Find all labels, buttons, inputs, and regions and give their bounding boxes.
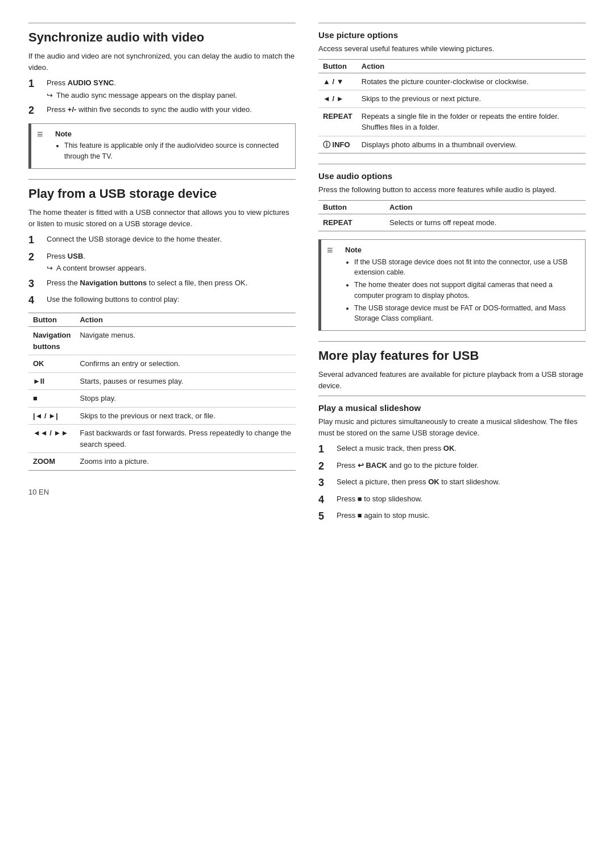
slideshow-step-2-content: Press ↩ BACK and go to the picture folde… [337,460,586,471]
slideshow-step-1: 1 Select a music track, then press OK. [318,443,586,456]
page-lang: EN [39,488,49,496]
action-skip: Skips to the previous or next track, or … [75,407,296,425]
table-row: Navigationbuttons Navigate menus. [28,327,296,355]
divider-1 [28,23,296,23]
section-sync-audio: Synchronize audio with video If the audi… [28,23,296,169]
btn-nav: Navigationbuttons [28,327,75,355]
usb-steps: 1 Connect the USB storage device to the … [28,234,296,307]
action-ok: Confirms an entry or selection. [75,355,296,373]
action-updown: Rotates the picture counter-clockwise or… [357,73,586,90]
note-content-1: Note This feature is applicable only if … [55,128,289,164]
step-2-num: 2 [28,104,44,117]
slideshow-step-4-num: 4 [318,493,334,506]
note-icon-2: ≡ [327,244,341,257]
usb-step-1-content: Connect the USB storage device to the ho… [47,234,296,245]
picture-options-intro: Access several useful features while vie… [318,43,586,55]
usb-step-2-sub: ↪ A content browser appears. [47,263,296,274]
usb-title: Play from a USB storage device [28,186,296,201]
audio-table-header-button: Button [318,200,385,214]
note-label-2: Note [345,244,579,256]
note-item-2-2: The USB storage device must be FAT or DO… [354,303,579,325]
note-label-1: Note [55,128,289,140]
usb-step-2-content: Press USB. ↪ A content browser appears. [47,251,296,274]
divider-6 [318,396,586,396]
divider-3 [318,23,586,23]
picture-options-table: Button Action ▲ / ▼ Rotates the picture … [318,59,586,154]
divider-5 [318,341,586,342]
usb-step-1: 1 Connect the USB storage device to the … [28,234,296,247]
btn-repeat-pic: REPEAT [318,107,357,136]
slideshow-step-4: 4 Press ■ to stop slideshow. [318,493,586,506]
note-content-2: Note If the USB storage device does not … [345,244,579,326]
slideshow-step-5: 5 Press ■ again to stop music. [318,510,586,523]
slideshow-step-4-content: Press ■ to stop slideshow. [337,493,586,505]
note-icon-1: ≡ [37,128,51,141]
usb-step-4-content: Use the following buttons to control pla… [47,294,296,305]
action-leftright: Skips to the previous or next picture. [357,90,586,108]
note-item-2-0: If the USB storage device does not fit i… [354,257,579,279]
page-footer: 10 EN [28,488,296,496]
usb-step-2-sub-text: A content browser appears. [56,263,146,274]
slideshow-step-2-num: 2 [318,460,334,473]
table-row: ◄◄ / ►► Fast backwards or fast forwards.… [28,425,296,453]
note-list-1: This feature is applicable only if the a… [55,140,289,162]
note-list-2: If the USB storage device does not fit i… [345,257,579,325]
step-1-content: Press AUDIO SYNC. ↪ The audio sync messa… [47,77,296,101]
btn-zoom: ZOOM [28,453,75,471]
action-repeat-audio: Selects or turns off repeat mode. [385,214,586,231]
page-number: 10 [28,488,36,496]
usb-step-1-num: 1 [28,234,44,247]
usb-step-2-num: 2 [28,251,44,264]
step-1-sub: ↪ The audio sync message appears on the … [47,90,296,101]
usb-step-4-num: 4 [28,294,44,307]
btn-repeat-audio: REPEAT [318,214,385,231]
table-row: REPEAT Selects or turns off repeat mode. [318,214,586,231]
more-features-title: More play features for USB [318,348,586,363]
table-row: ◄ / ► Skips to the previous or next pict… [318,90,586,108]
step-1: 1 Press AUDIO SYNC. ↪ The audio sync mes… [28,77,296,101]
section-audio-options: Use audio options Press the following bu… [318,164,586,331]
right-column: Use picture options Access several usefu… [318,23,586,845]
table-row: ⓘ INFO Displays photo albums in a thumbn… [318,136,586,153]
table-row: ►II Starts, pauses or resumes play. [28,372,296,390]
pic-table-header-action: Action [357,59,586,73]
usb-step-3-bold: Navigation buttons [80,279,147,287]
btn-skip: |◄ / ►| [28,407,75,425]
arrow-icon-1: ↪ [47,90,53,101]
slideshow-step-1-num: 1 [318,443,334,456]
divider-2 [28,179,296,180]
step-1-sub-text: The audio sync message appears on the di… [56,90,237,101]
slideshow-intro: Play music and pictures simultaneously t… [318,416,586,438]
slideshow-title: Play a musical slideshow [318,403,586,413]
table-row: REPEAT Repeats a single file in the fold… [318,107,586,136]
action-nav: Navigate menus. [75,327,296,355]
btn-ffrew: ◄◄ / ►► [28,425,75,453]
step-1-num: 1 [28,77,44,90]
usb-step-3: 3 Press the Navigation buttons to select… [28,277,296,290]
sync-audio-note: ≡ Note This feature is applicable only i… [28,123,296,169]
action-zoom: Zooms into a picture. [75,453,296,471]
action-repeat-pic: Repeats a single file in the folder or r… [357,107,586,136]
step-2-bold: +/- [68,105,77,114]
audio-table-header-action: Action [385,200,586,214]
section-usb: Play from a USB storage device The home … [28,179,296,471]
step-2-content: Press +/- within five seconds to sync th… [47,104,296,115]
page: Synchronize audio with video If the audi… [0,0,614,868]
left-column: Synchronize audio with video If the audi… [28,23,296,845]
slideshow-step-2: 2 Press ↩ BACK and go to the picture fol… [318,460,586,473]
picture-options-title: Use picture options [318,30,586,40]
section-picture-options: Use picture options Access several usefu… [318,23,586,153]
divider-4 [318,164,586,164]
action-stop: Stops play. [75,390,296,408]
btn-stop: ■ [28,390,75,408]
sync-audio-steps: 1 Press AUDIO SYNC. ↪ The audio sync mes… [28,77,296,117]
btn-leftright: ◄ / ► [318,90,357,108]
btn-ok: OK [28,355,75,373]
more-features-intro: Several advanced features are available … [318,369,586,391]
note-item-2-1: The home theater does not support digita… [354,280,579,301]
table-row: ZOOM Zooms into a picture. [28,453,296,471]
slideshow-step-3: 3 Select a picture, then press OK to sta… [318,476,586,489]
usb-step-2: 2 Press USB. ↪ A content browser appears… [28,251,296,274]
sync-audio-intro: If the audio and video are not synchroni… [28,51,296,73]
note-item-1-0: This feature is applicable only if the a… [64,140,289,162]
